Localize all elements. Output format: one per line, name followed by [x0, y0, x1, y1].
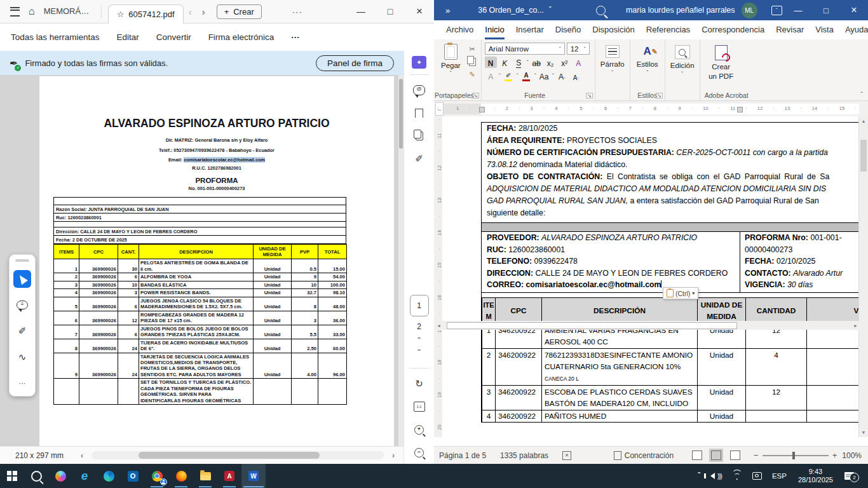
zoom-slider-handle[interactable]: [792, 452, 795, 459]
nav-back-icon[interactable]: ‹: [184, 6, 197, 17]
bold-button[interactable]: N: [485, 57, 497, 68]
scroll-down-icon[interactable]: ▼: [859, 430, 868, 435]
language-indicator[interactable]: ESP: [767, 464, 792, 488]
outlook-button[interactable]: O: [121, 464, 145, 488]
highlight-color-button[interactable]: ✐: [503, 70, 515, 81]
scroll-left-icon[interactable]: ‹: [78, 451, 86, 460]
menu-esign[interactable]: Firma electrónica: [208, 32, 275, 42]
underline-button[interactable]: S: [513, 57, 525, 68]
drag-handle[interactable]: [15, 259, 29, 262]
tab-diseno[interactable]: Diseño: [550, 25, 587, 39]
start-button[interactable]: [0, 464, 24, 488]
maximize-button[interactable]: □: [376, 6, 405, 17]
styles-dialog-launcher-icon[interactable]: ↘: [656, 93, 663, 98]
scroll-left-icon[interactable]: ◄: [434, 323, 444, 328]
more-tools-button[interactable]: ···: [13, 374, 31, 392]
tab-disposicion[interactable]: Disposición: [587, 25, 640, 39]
tab-referencias[interactable]: Referencias: [641, 25, 696, 39]
superscript-button[interactable]: x²: [559, 57, 571, 68]
vertical-ruler[interactable]: 20 · 19 · 18 · 17 · 16 · 15 · 14 · 13 · …: [434, 116, 442, 437]
read-mode-icon[interactable]: [692, 451, 702, 460]
clipboard-dialog-launcher-icon[interactable]: ↘: [472, 93, 479, 98]
close-button[interactable]: ×: [405, 5, 434, 18]
page-indicator[interactable]: Página 1 de 5: [439, 451, 486, 460]
page-number-next[interactable]: 2: [417, 322, 421, 331]
scrollbar-thumb[interactable]: [139, 452, 320, 459]
collapse-ribbon-icon[interactable]: ˆ: [860, 91, 863, 98]
minimize-button[interactable]: —: [346, 6, 376, 17]
clock[interactable]: 9:43 28/10/2025: [792, 468, 839, 484]
hidden-icons-chevron[interactable]: ˆ: [693, 464, 705, 488]
menu-convert[interactable]: Convertir: [156, 32, 191, 42]
copilot-button[interactable]: [48, 464, 72, 488]
scrollbar-thumb[interactable]: [860, 140, 867, 172]
comments-panel-icon[interactable]: @: [413, 79, 425, 102]
cut-icon[interactable]: ✂: [467, 44, 478, 54]
zoom-in-icon[interactable]: +: [832, 451, 837, 460]
pdf-horizontal-scrollbar[interactable]: [92, 451, 384, 459]
underline-caret-icon[interactable]: ˇ: [527, 60, 529, 64]
editing-button[interactable]: Edición ˇ: [668, 43, 696, 90]
tab-6057412-pdf[interactable]: ☆ 6057412.pdf: [108, 4, 184, 24]
tab-insertar[interactable]: Insertar: [510, 25, 550, 39]
grow-font-button[interactable]: Aˆ: [556, 70, 568, 81]
chrome-button[interactable]: [145, 464, 169, 488]
select-tool-button[interactable]: [13, 270, 31, 288]
more-options-icon[interactable]: ···: [292, 7, 302, 17]
paste-button[interactable]: Pegar ˇ: [437, 43, 465, 90]
word-horizontal-scrollbar[interactable]: ◄ ►: [434, 321, 868, 330]
menu-more-icon[interactable]: ···: [291, 32, 300, 42]
tab-archivo[interactable]: Archivo: [434, 25, 479, 39]
edge-button[interactable]: [97, 464, 121, 488]
shrink-font-button[interactable]: Aˇ: [570, 70, 582, 81]
comment-tool-button[interactable]: ≡: [13, 296, 31, 314]
home-icon[interactable]: ⌂: [29, 6, 35, 17]
pages-panel-icon[interactable]: [416, 125, 423, 147]
copy-icon[interactable]: [467, 57, 478, 67]
minimize-button[interactable]: —: [784, 6, 812, 15]
maximize-button[interactable]: □: [812, 6, 840, 15]
signatures-panel-icon[interactable]: ✐: [415, 147, 423, 170]
word-count[interactable]: 1335 palabras: [500, 451, 548, 460]
tab-vista[interactable]: Vista: [810, 25, 839, 39]
format-painter-icon[interactable]: ✎: [467, 70, 478, 79]
meet-now-icon[interactable]: [747, 464, 767, 488]
pdf-viewport[interactable]: ALVARADO ESPINOZA ARTURO PATRICIO Dir. M…: [0, 75, 403, 446]
page-number-current[interactable]: 1: [410, 295, 429, 316]
volume-icon[interactable]: ))): [705, 464, 727, 488]
taskbar-search-button[interactable]: [24, 464, 48, 488]
next-page-icon[interactable]: ˇ: [417, 350, 420, 356]
tab-selector[interactable]: ∟: [435, 102, 444, 116]
tab-memorandum[interactable]: MEMORÁN...: [44, 5, 102, 18]
paragraph-button[interactable]: Párrafo ˇ: [599, 43, 627, 90]
word-taskbar-button[interactable]: W: [241, 464, 266, 488]
scrollbar-thumb[interactable]: [447, 322, 737, 329]
font-dialog-launcher-icon[interactable]: ↘: [586, 93, 593, 98]
ribbon-display-options-icon[interactable]: ˆ: [771, 6, 782, 15]
strikethrough-button[interactable]: ab: [531, 57, 543, 68]
star-icon[interactable]: ☆: [117, 10, 125, 19]
subscript-button[interactable]: x₂: [545, 57, 557, 68]
web-layout-icon[interactable]: [730, 451, 740, 460]
indent-marker-right[interactable]: [737, 107, 743, 112]
scroll-up-icon[interactable]: ▲: [859, 119, 868, 123]
document-canvas[interactable]: 20 · 19 · 18 · 17 · 16 · 15 · 14 · 13 · …: [434, 116, 868, 437]
nav-forward-icon[interactable]: ›: [197, 6, 210, 17]
menu-edit[interactable]: Editar: [117, 32, 139, 42]
zoom-slider[interactable]: [763, 455, 829, 456]
quick-access-collapsed-icon[interactable]: »: [445, 6, 450, 15]
zoom-in-icon[interactable]: +: [414, 418, 424, 441]
actual-size-icon[interactable]: 1:1: [414, 395, 425, 418]
close-button[interactable]: ×: [840, 4, 868, 16]
highlight-tool-button[interactable]: ✐: [13, 322, 31, 340]
bookmarks-panel-icon[interactable]: [415, 102, 423, 125]
rotate-page-icon[interactable]: ↻: [415, 372, 423, 395]
zoom-level[interactable]: 100%: [842, 451, 862, 460]
create-pdf-button[interactable]: Crear un PDF: [703, 43, 739, 90]
pdf-vertical-scrollbar[interactable]: [398, 75, 403, 446]
zoom-out-icon[interactable]: −: [414, 441, 424, 464]
text-effects-button[interactable]: A: [485, 70, 497, 81]
internet-explorer-button[interactable]: e: [72, 464, 97, 488]
previous-page-icon[interactable]: ˆ: [417, 338, 420, 344]
tab-inicio[interactable]: Inicio: [479, 25, 510, 39]
